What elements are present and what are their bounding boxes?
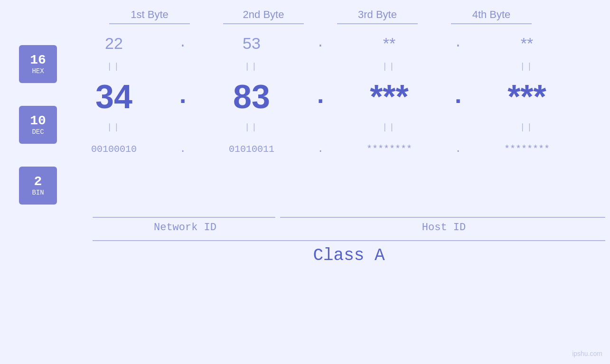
host-id-label: Host ID bbox=[278, 222, 610, 233]
hex-row: 22 . 53 . ** . ** bbox=[57, 27, 610, 60]
dec-b3: *** bbox=[332, 73, 446, 121]
byte2-bracket bbox=[223, 23, 304, 24]
full-bracket bbox=[93, 240, 605, 241]
dbl2-b3: || bbox=[332, 121, 446, 134]
dec-sep2: . bbox=[309, 73, 332, 121]
byte-headers: 1st Byte 2nd Byte 3rd Byte 4th Byte bbox=[93, 9, 610, 24]
dbl1-b2: || bbox=[195, 60, 309, 73]
hex-sep2: . bbox=[309, 27, 332, 60]
hex-badge: 16 HEX bbox=[19, 45, 57, 83]
bin-sep2: . bbox=[309, 134, 332, 165]
dec-sep3: . bbox=[446, 73, 470, 121]
dbl2-b1: || bbox=[57, 121, 171, 134]
byte1-bracket bbox=[109, 23, 190, 24]
bin-badge: 2 BIN bbox=[19, 167, 57, 205]
bin-b1: 00100010 bbox=[57, 134, 171, 165]
bin-row: 00100010 . 01010011 . ******** . *******… bbox=[57, 134, 610, 165]
watermark: ipshu.com bbox=[572, 350, 602, 357]
class-label: Class A bbox=[93, 246, 605, 265]
bottom-section: Network ID Host ID Class A bbox=[93, 217, 610, 265]
dbl1-b1: || bbox=[57, 60, 171, 73]
hex-b2: 53 bbox=[195, 27, 309, 60]
bin-brackets bbox=[93, 217, 610, 218]
hex-b1: 22 bbox=[57, 27, 171, 60]
bin-sep3: . bbox=[446, 134, 470, 165]
dec-badge: 10 DEC bbox=[19, 106, 57, 144]
hex-b4: ** bbox=[470, 27, 584, 60]
values-grid: 22 . 53 . ** . ** || || || || 34 bbox=[57, 27, 610, 216]
dbl-bar-2: || || || || bbox=[57, 121, 610, 134]
byte1-header: 1st Byte bbox=[93, 9, 206, 24]
host-bracket bbox=[280, 217, 605, 218]
bin-b2: 01010011 bbox=[195, 134, 309, 165]
bin-sep1: . bbox=[171, 134, 195, 165]
dec-row: 34 . 83 . *** . *** bbox=[57, 73, 610, 121]
dec-b4: *** bbox=[470, 73, 584, 121]
byte2-header: 2nd Byte bbox=[206, 9, 320, 24]
byte4-bracket bbox=[451, 23, 532, 24]
main-layout: 1st Byte 2nd Byte 3rd Byte 4th Byte 16 H… bbox=[0, 0, 610, 364]
bin-b4: ******** bbox=[470, 134, 584, 165]
byte3-header: 3rd Byte bbox=[320, 9, 434, 24]
dbl-bar-1: || || || || bbox=[57, 60, 610, 73]
hex-sep3: . bbox=[446, 27, 470, 60]
dec-b2: 83 bbox=[195, 73, 309, 121]
dbl2-b2: || bbox=[195, 121, 309, 134]
main-grid: 16 HEX 10 DEC 2 BIN 22 bbox=[0, 27, 610, 216]
hex-b3: ** bbox=[332, 27, 446, 60]
network-bracket bbox=[93, 217, 275, 218]
dbl2-b4: || bbox=[470, 121, 584, 134]
byte3-bracket bbox=[337, 23, 418, 24]
network-id-label: Network ID bbox=[93, 222, 278, 233]
dec-sep1: . bbox=[171, 73, 195, 121]
hex-sep1: . bbox=[171, 27, 195, 60]
bin-b3: ******** bbox=[332, 134, 446, 165]
dbl1-b3: || bbox=[332, 60, 446, 73]
dbl1-b4: || bbox=[470, 60, 584, 73]
dec-b1: 34 bbox=[57, 73, 171, 121]
id-labels: Network ID Host ID bbox=[93, 222, 610, 233]
byte4-header: 4th Byte bbox=[434, 9, 548, 24]
badges-column: 16 HEX 10 DEC 2 BIN bbox=[19, 34, 57, 216]
